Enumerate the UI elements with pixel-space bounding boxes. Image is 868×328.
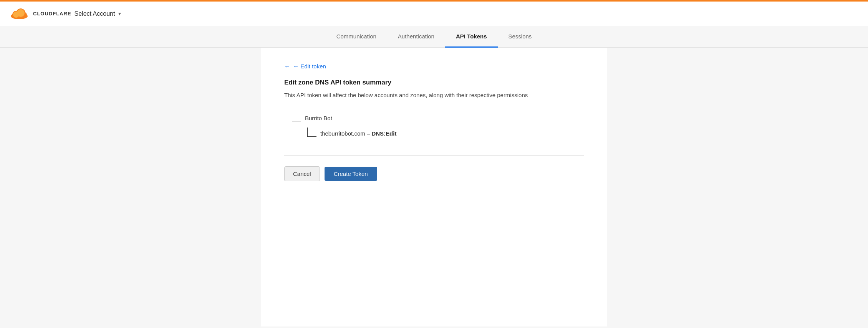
page-title: Edit zone DNS API token summary <box>284 79 584 86</box>
cloudflare-logo <box>9 8 29 20</box>
cancel-button[interactable]: Cancel <box>284 166 320 181</box>
back-link-label: ← Edit token <box>293 63 326 70</box>
action-buttons: Cancel Create Token <box>284 166 584 181</box>
tree-branch-1 <box>292 112 301 121</box>
logo-area[interactable]: CLOUDFLARE <box>9 8 71 20</box>
main-content: ← ← Edit token Edit zone DNS API token s… <box>261 48 607 326</box>
page-description: This API token will affect the below acc… <box>284 91 584 100</box>
logo-text: CLOUDFLARE <box>33 11 71 17</box>
content-wrapper: ← ← Edit token Edit zone DNS API token s… <box>261 63 607 181</box>
tree-item-zone: theburritobot.com – DNS:Edit <box>307 128 584 140</box>
tab-api-tokens[interactable]: API Tokens <box>445 26 498 48</box>
header: CLOUDFLARE Select Account ▼ <box>0 2 868 26</box>
divider <box>284 155 584 156</box>
zone-entry: theburritobot.com – DNS:Edit <box>320 130 396 137</box>
zone-permission: DNS:Edit <box>371 130 396 137</box>
svg-point-5 <box>17 9 25 17</box>
tab-sessions[interactable]: Sessions <box>498 26 543 48</box>
tree-branch-2 <box>307 128 316 137</box>
back-link[interactable]: ← ← Edit token <box>284 63 326 70</box>
chevron-down-icon: ▼ <box>117 11 122 17</box>
select-account-button[interactable]: Select Account ▼ <box>71 9 125 19</box>
tab-authentication[interactable]: Authentication <box>387 26 445 48</box>
account-name: Burrito Bot <box>305 115 332 121</box>
tree-container: Burrito Bot theburritobot.com – DNS:Edit <box>292 112 584 140</box>
zone-domain: theburritobot.com – <box>320 130 371 137</box>
tree-item-account: Burrito Bot <box>292 112 584 124</box>
select-account-label: Select Account <box>75 10 115 17</box>
back-arrow-icon: ← <box>284 63 290 70</box>
create-token-button[interactable]: Create Token <box>325 167 377 181</box>
nav-tabs: Communication Authentication API Tokens … <box>0 26 868 48</box>
tab-communication[interactable]: Communication <box>326 26 387 48</box>
